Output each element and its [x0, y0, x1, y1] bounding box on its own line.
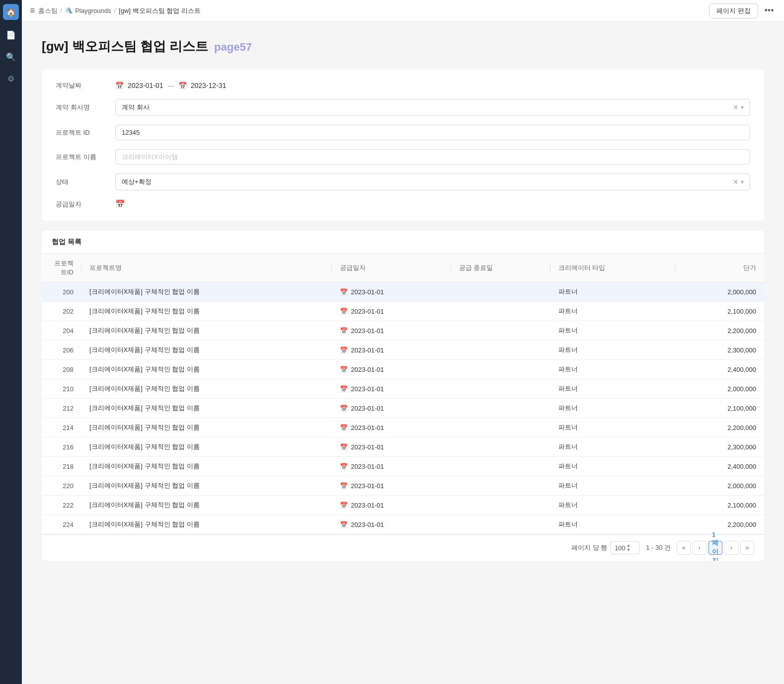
cell-unit-price: 2,400,000	[675, 457, 764, 476]
cell-creator-type: 파트너	[550, 379, 676, 399]
company-chevron-icon: ▾	[741, 104, 744, 111]
table-section-title: 협업 목록	[42, 231, 764, 254]
cell-unit-price: 2,000,000	[675, 282, 764, 302]
cell-supply-end-date	[451, 418, 550, 437]
supply-date-value: 2023-01-01	[351, 366, 384, 373]
breadcrumb-playground[interactable]: 🛝 Playgrounds	[65, 7, 111, 14]
settings-icon[interactable]: ⚙	[4, 72, 18, 86]
supply-date-row: 공급일자 📅	[56, 199, 750, 209]
cell-unit-price: 2,000,000	[675, 379, 764, 399]
cell-project-name: [크리에이터X제품] 구체적인 협업 이름	[81, 437, 332, 457]
project-name-input[interactable]	[115, 149, 750, 165]
cell-unit-price: 2,000,000	[675, 476, 764, 496]
calendar-icon: 📅	[340, 288, 348, 296]
pagination-last-button[interactable]: »	[740, 541, 754, 555]
project-id-input[interactable]: 12345	[115, 125, 750, 140]
pagination-current-page: 1 페이지	[708, 541, 722, 555]
table-row: 206[크리에이터X제품] 구체적인 협업 이름📅2023-01-01파트너2,…	[42, 341, 764, 360]
breadcrumb-home[interactable]: 홈스팀	[38, 6, 58, 15]
table-row: 222[크리에이터X제품] 구체적인 협업 이름📅2023-01-01파트너2,…	[42, 496, 764, 515]
status-clear-button[interactable]: ✕	[733, 178, 739, 185]
pagination-prev-button[interactable]: ‹	[693, 541, 706, 555]
cell-creator-type: 파트너	[550, 457, 676, 476]
table-row: 220[크리에이터X제품] 구체적인 협업 이름📅2023-01-01파트너2,…	[42, 476, 764, 496]
status-select-value: 예상+확정	[122, 177, 733, 186]
supply-date-value: 2023-01-01	[351, 385, 384, 393]
document-icon[interactable]: 📄	[4, 28, 18, 42]
cell-project-id: 222	[42, 496, 81, 515]
more-options-button[interactable]: •••	[762, 4, 776, 18]
cell-supply-date: 📅2023-01-01	[332, 399, 451, 418]
home-button[interactable]: 🏠	[3, 4, 19, 20]
cell-supply-date: 📅2023-01-01	[332, 321, 451, 341]
supply-date-value: 2023-01-01	[351, 443, 384, 451]
contract-date-row: 계약날짜 📅 2023-01-01 — 📅 2023-12-31	[56, 81, 750, 90]
calendar-icon: 📅	[340, 443, 348, 451]
table-row: 210[크리에이터X제품] 구체적인 협업 이름📅2023-01-01파트너2,…	[42, 379, 764, 399]
company-clear-button[interactable]: ✕	[733, 104, 739, 111]
supply-date-calendar-icon[interactable]: 📅	[115, 199, 125, 209]
cell-project-name: [크리에이터X제품] 구체적인 협업 이름	[81, 418, 332, 437]
status-select-actions: ✕ ▾	[733, 178, 744, 185]
edit-page-button[interactable]: 페이지 편집	[709, 3, 758, 18]
cell-supply-date: 📅2023-01-01	[332, 379, 451, 399]
status-chevron-icon: ▾	[741, 178, 744, 185]
cell-unit-price: 2,100,000	[675, 302, 764, 321]
cell-supply-date: 📅2023-01-01	[332, 282, 451, 302]
cell-project-id: 214	[42, 418, 81, 437]
cell-supply-end-date	[451, 476, 550, 496]
calendar-icon: 📅	[340, 463, 348, 470]
page-tag: page57	[214, 41, 252, 54]
calendar-icon: 📅	[340, 385, 348, 393]
table-row: 202[크리에이터X제품] 구체적인 협업 이름📅2023-01-01파트너2,…	[42, 302, 764, 321]
hamburger-icon[interactable]: ≡	[30, 5, 35, 16]
cell-supply-end-date	[451, 379, 550, 399]
cell-supply-end-date	[451, 437, 550, 457]
pagination-next-button[interactable]: ›	[724, 541, 738, 555]
col-header-creator-type: 크리에이터 타입	[550, 254, 676, 282]
per-page-label: 페이지 당 행	[571, 543, 607, 552]
cell-project-name: [크리에이터X제품] 구체적인 협업 이름	[81, 360, 332, 379]
cell-creator-type: 파트너	[550, 321, 676, 341]
calendar-icon: 📅	[340, 502, 348, 509]
col-header-project-name: 프로젝트명	[81, 254, 332, 282]
status-select[interactable]: 예상+확정 ✕ ▾	[115, 173, 750, 190]
table-row: 214[크리에이터X제품] 구체적인 협업 이름📅2023-01-01파트너2,…	[42, 418, 764, 437]
project-name-label: 프로젝트 이름	[56, 153, 115, 162]
cell-supply-end-date	[451, 302, 550, 321]
sidebar: 🏠 📄 🔍 ⚙	[0, 0, 22, 684]
supply-date-value: 2023-01-01	[351, 346, 384, 354]
cell-supply-date: 📅2023-01-01	[332, 476, 451, 496]
cell-project-name: [크리에이터X제품] 구체적인 협업 이름	[81, 321, 332, 341]
pagination-first-button[interactable]: «	[677, 541, 691, 555]
stepper-down-icon[interactable]: ▼	[627, 548, 631, 552]
company-select[interactable]: 계약 회사 ✕ ▾	[115, 99, 750, 116]
cell-project-id: 220	[42, 476, 81, 496]
per-page-input[interactable]: 100 ▲ ▼	[610, 541, 640, 554]
collab-table: 프로젝트ID 프로젝트명 공급일자 공급 종료일	[42, 254, 764, 534]
per-page-control: 페이지 당 행 100 ▲ ▼	[571, 541, 640, 554]
calendar-start-icon: 📅	[115, 82, 124, 89]
cell-unit-price: 2,100,000	[675, 496, 764, 515]
cell-supply-date: 📅2023-01-01	[332, 302, 451, 321]
cell-project-id: 208	[42, 360, 81, 379]
supply-date-value: 2023-01-01	[351, 463, 384, 470]
table-row: 200[크리에이터X제품] 구체적인 협업 이름📅2023-01-01파트너2,…	[42, 282, 764, 302]
col-header-unit-price: 단가	[675, 254, 764, 282]
cell-creator-type: 파트너	[550, 282, 676, 302]
table-header: 프로젝트ID 프로젝트명 공급일자 공급 종료일	[42, 254, 764, 282]
cell-supply-end-date	[451, 496, 550, 515]
search-icon[interactable]: 🔍	[4, 50, 18, 64]
supply-date-value: 2023-01-01	[351, 482, 384, 490]
cell-creator-type: 파트너	[550, 399, 676, 418]
table-row: 218[크리에이터X제품] 구체적인 협업 이름📅2023-01-01파트너2,…	[42, 457, 764, 476]
table-row: 208[크리에이터X제품] 구체적인 협업 이름📅2023-01-01파트너2,…	[42, 360, 764, 379]
cell-supply-end-date	[451, 360, 550, 379]
cell-supply-end-date	[451, 321, 550, 341]
breadcrumb-current: [gw] 백오피스팀 협업 리스트	[119, 6, 201, 15]
table-row: 224[크리에이터X제품] 구체적인 협업 이름📅2023-01-01파트너2,…	[42, 515, 764, 534]
page-title-row: [gw] 백오피스팀 협업 리스트 page57	[42, 38, 764, 55]
table-section: 협업 목록 프로젝트ID 프로젝트명 공급일자	[42, 231, 764, 561]
table-row: 212[크리에이터X제품] 구체적인 협업 이름📅2023-01-01파트너2,…	[42, 399, 764, 418]
cell-unit-price: 2,100,000	[675, 399, 764, 418]
